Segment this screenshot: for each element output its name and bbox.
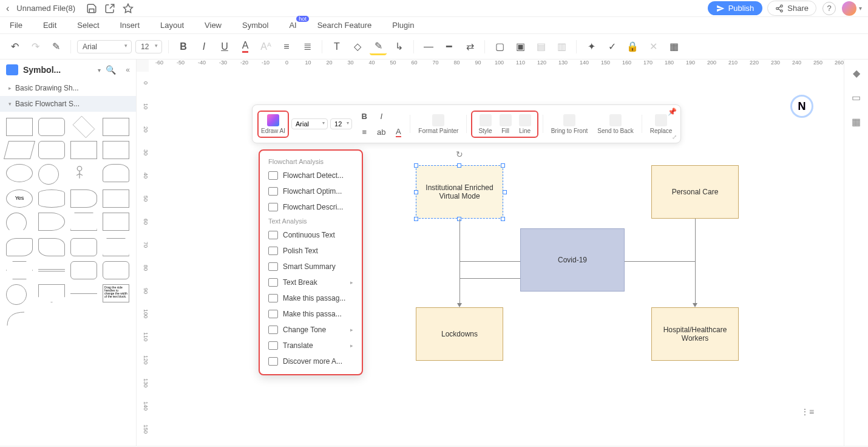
redo-icon[interactable]: ↷ bbox=[27, 38, 44, 55]
ai-describe[interactable]: Flowchart Descri... bbox=[263, 199, 358, 215]
shape-covid[interactable]: Covid-19 bbox=[520, 228, 625, 292]
share-button[interactable]: Share bbox=[767, 1, 816, 16]
shape-capsule[interactable] bbox=[70, 261, 97, 279]
line-weight-icon[interactable]: ━ bbox=[441, 38, 458, 55]
connector-icon[interactable]: ↳ bbox=[390, 38, 407, 55]
ai-break[interactable]: Text Break▸ bbox=[263, 275, 358, 290]
ai-passage2[interactable]: Make this passa... bbox=[263, 306, 358, 322]
shape-circle[interactable] bbox=[38, 164, 59, 185]
shape-note[interactable]: Drag the side handles to change the widt… bbox=[103, 284, 129, 302]
check-icon[interactable]: ✓ bbox=[603, 38, 620, 55]
save-icon[interactable] bbox=[86, 3, 97, 14]
section-basic-drawing[interactable]: Basic Drawing Sh... bbox=[0, 80, 136, 96]
publish-button[interactable]: Publish bbox=[708, 1, 763, 15]
distribute-icon[interactable]: ▥ bbox=[553, 38, 570, 55]
fill-button[interactable]: Fill bbox=[496, 113, 515, 135]
collapse-icon[interactable]: « bbox=[126, 66, 130, 74]
text-box-icon[interactable]: T bbox=[328, 38, 345, 55]
shape-pill[interactable] bbox=[38, 141, 65, 159]
shape-predef[interactable] bbox=[70, 141, 97, 159]
shape-doc[interactable] bbox=[103, 118, 129, 136]
ai-discover[interactable]: Discover more A... bbox=[263, 353, 358, 369]
arrow-icon[interactable]: ⇄ bbox=[461, 38, 478, 55]
ai-summary[interactable]: Smart Summary bbox=[263, 259, 358, 275]
float-color-icon[interactable]: A bbox=[391, 125, 405, 139]
shape-para[interactable] bbox=[4, 141, 35, 159]
back-icon[interactable]: ‹ bbox=[6, 3, 9, 14]
shape-round-rect[interactable] bbox=[38, 118, 65, 136]
float-font-select[interactable]: Arial bbox=[291, 118, 328, 129]
menu-layout[interactable]: Layout bbox=[160, 21, 184, 30]
float-size-select[interactable]: 12 bbox=[330, 118, 352, 129]
shape-hexagon[interactable] bbox=[6, 261, 33, 279]
menu-select[interactable]: Select bbox=[77, 21, 99, 30]
align-obj-icon[interactable]: ▤ bbox=[532, 38, 549, 55]
shape-cylinder[interactable] bbox=[38, 189, 65, 208]
float-italic-icon[interactable]: I bbox=[374, 109, 388, 123]
bring-front-button[interactable]: Bring to Front bbox=[548, 113, 592, 135]
ai-optimize[interactable]: Flowchart Optim... bbox=[263, 183, 358, 199]
shape-manual-input[interactable] bbox=[70, 213, 97, 231]
menu-search[interactable]: Search Feature bbox=[317, 21, 372, 30]
shape-offpage[interactable] bbox=[6, 284, 27, 305]
font-select[interactable]: Arial bbox=[77, 40, 132, 53]
menu-insert[interactable]: Insert bbox=[120, 21, 140, 30]
float-strike-icon[interactable]: ab bbox=[374, 125, 388, 139]
shape-stored[interactable] bbox=[38, 238, 65, 256]
shape-connector-circle[interactable] bbox=[6, 213, 27, 233]
avatar[interactable] bbox=[842, 1, 856, 16]
shape-pentagon[interactable] bbox=[38, 284, 65, 302]
shape-actor[interactable] bbox=[70, 164, 97, 182]
line-color-icon[interactable]: ✎ bbox=[370, 38, 387, 55]
ai-polish[interactable]: Polish Text bbox=[263, 243, 358, 259]
lock-icon[interactable]: 🔒 bbox=[624, 38, 641, 55]
format-painter-button[interactable]: Format Painter bbox=[415, 113, 462, 135]
shape-hospital[interactable]: Hospital/Healthcare Workers bbox=[651, 307, 739, 361]
brush-icon[interactable]: ✎ bbox=[47, 38, 64, 55]
align-v-icon[interactable]: ≣ bbox=[299, 38, 316, 55]
shape-rect[interactable] bbox=[6, 118, 33, 136]
ai-passage1[interactable]: Make this passag... bbox=[263, 290, 358, 306]
shape-ellipse[interactable] bbox=[6, 164, 33, 182]
bold-icon[interactable]: B bbox=[175, 38, 192, 55]
star-icon[interactable] bbox=[123, 3, 134, 14]
send-back-button[interactable]: Send to Back bbox=[594, 113, 637, 135]
rotate-icon[interactable]: ↻ bbox=[456, 149, 463, 159]
shape-parallel[interactable] bbox=[38, 269, 65, 271]
shape-institutional[interactable]: Institutional Enriched Virtual Mode bbox=[416, 165, 503, 219]
comment-panel-icon[interactable]: ▭ bbox=[849, 90, 864, 104]
ai-assistant-badge[interactable]: N bbox=[790, 95, 813, 118]
ai-tone[interactable]: Change Tone▸ bbox=[263, 322, 358, 338]
avatar-dropdown-icon[interactable]: ▾ bbox=[859, 5, 862, 12]
help-icon[interactable]: ? bbox=[822, 2, 836, 15]
section-basic-flowchart[interactable]: Basic Flowchart S... bbox=[0, 96, 136, 112]
float-align-icon[interactable]: ≡ bbox=[357, 125, 371, 139]
snap-icon[interactable]: ✦ bbox=[583, 38, 600, 55]
menu-ai[interactable]: AIhot bbox=[289, 21, 296, 30]
shape-display[interactable] bbox=[70, 189, 97, 208]
ai-translate[interactable]: Translate▸ bbox=[263, 338, 358, 353]
expand-icon[interactable]: ⤢ bbox=[672, 134, 677, 140]
size-select[interactable]: 12 bbox=[135, 40, 162, 53]
format-panel-icon[interactable]: ◆ bbox=[849, 66, 864, 80]
shape-stadium[interactable] bbox=[103, 261, 129, 279]
ai-detect[interactable]: Flowchart Detect... bbox=[263, 168, 358, 183]
shape-person[interactable] bbox=[103, 164, 129, 182]
shape-subproc[interactable] bbox=[103, 141, 129, 159]
line-style-icon[interactable]: — bbox=[420, 38, 437, 55]
menu-file[interactable]: File bbox=[10, 21, 22, 30]
menu-plugin[interactable]: Plugin bbox=[392, 21, 414, 30]
tools-icon[interactable]: ✕ bbox=[645, 38, 662, 55]
edraw-ai-button[interactable]: Edraw AI bbox=[257, 111, 289, 138]
shape-card[interactable] bbox=[103, 189, 129, 208]
search-icon[interactable]: 🔍 bbox=[106, 65, 116, 75]
float-bold-icon[interactable]: B bbox=[357, 109, 371, 123]
font-color-icon[interactable]: A bbox=[237, 38, 254, 55]
shape-lockdowns[interactable]: Lockdowns bbox=[416, 307, 503, 361]
apps-panel-icon[interactable]: ▦ bbox=[849, 114, 864, 129]
replace-button[interactable]: Replace bbox=[646, 113, 676, 135]
shape-trapezoid[interactable] bbox=[103, 238, 129, 256]
shape-delay[interactable] bbox=[38, 213, 65, 231]
group-icon[interactable]: ▢ bbox=[491, 38, 508, 55]
ai-continuous[interactable]: Continuous Text bbox=[263, 227, 358, 243]
